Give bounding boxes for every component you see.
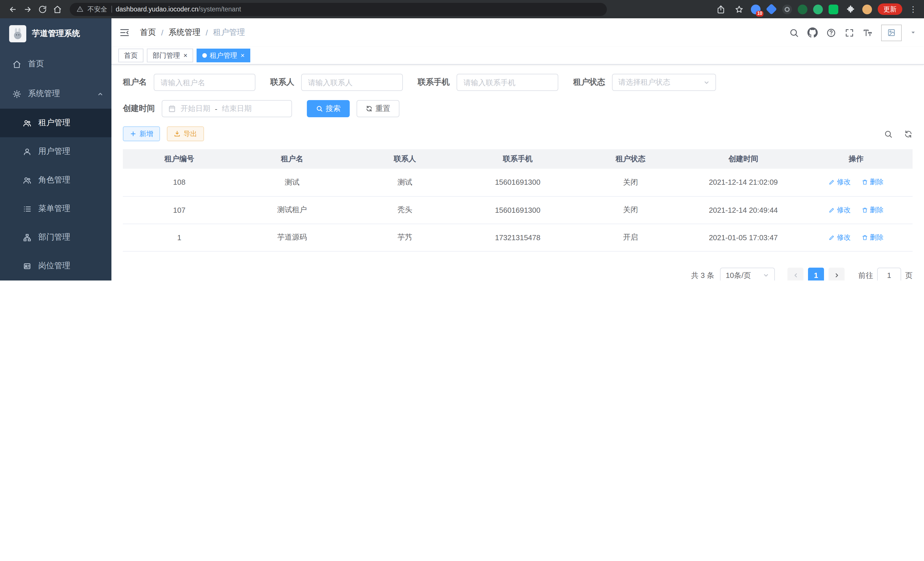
extension-icon-6[interactable]	[829, 4, 838, 14]
toggle-search-button[interactable]	[884, 129, 892, 138]
fullscreen-button[interactable]	[844, 28, 854, 38]
start-date-placeholder: 开始日期	[181, 104, 210, 114]
breadcrumb-separator: /	[206, 28, 208, 37]
tenant-name-input[interactable]	[154, 74, 255, 91]
home-button[interactable]	[50, 2, 64, 16]
forward-arrow-icon	[23, 5, 32, 14]
contact-input[interactable]	[301, 74, 403, 91]
collapse-sidebar-button[interactable]	[119, 27, 130, 38]
export-button[interactable]: 导出	[167, 126, 204, 141]
end-date-placeholder: 结束日期	[222, 104, 252, 114]
breadcrumb-system[interactable]: 系统管理	[169, 27, 201, 38]
search-button[interactable]: 搜索	[307, 100, 350, 117]
page-number-button[interactable]: 1	[808, 267, 824, 281]
header-search-button[interactable]	[789, 28, 799, 38]
page-size-value: 10条/页	[726, 270, 751, 281]
sidebar-item-system[interactable]: 系统管理	[0, 79, 111, 109]
share-button[interactable]	[714, 3, 727, 15]
warning-icon[interactable]	[76, 6, 83, 13]
goto-page: 前往 页	[858, 267, 913, 281]
pager: 1	[788, 267, 844, 281]
sidebar-item-role[interactable]: 角色管理	[0, 166, 111, 194]
sidebar-item-user[interactable]: 用户管理	[0, 137, 111, 166]
help-button[interactable]	[826, 28, 836, 38]
edit-button[interactable]: 修改	[829, 205, 850, 215]
bookmark-star-button[interactable]	[733, 3, 745, 15]
reset-button[interactable]: 重置	[357, 100, 399, 117]
sidebar-item-post[interactable]: 岗位管理	[0, 252, 111, 280]
sidebar-item-dept[interactable]: 部门管理	[0, 223, 111, 252]
sidebar-item-home[interactable]: 首页	[0, 49, 111, 79]
user-icon	[23, 147, 32, 156]
edit-button[interactable]: 修改	[829, 232, 850, 242]
extension-icon-1[interactable]: 10	[751, 4, 760, 14]
browser-update-button[interactable]: 更新	[878, 3, 902, 15]
sidebar-item-tenant[interactable]: 租户管理	[0, 109, 111, 137]
prev-page-button[interactable]	[788, 267, 803, 281]
sidebar-item-dict[interactable]: 字典管理	[0, 280, 111, 281]
cell-actions: 修改 删除	[800, 196, 913, 224]
tenant-icon	[23, 119, 32, 127]
column-header: 联系手机	[461, 149, 574, 169]
app-title: 芋道管理系统	[32, 29, 80, 39]
active-dot	[202, 53, 207, 58]
goto-page-input[interactable]	[877, 267, 901, 281]
app-shell: 芋道管理系统 首页 系统管理 租户管理	[0, 18, 924, 281]
browser-menu-button[interactable]: ⋮	[908, 5, 918, 14]
address-bar[interactable]: 不安全 dashboard.yudao.iocoder.cn/system/te…	[70, 3, 607, 16]
tab-dept[interactable]: 部门管理 ×	[147, 49, 193, 62]
extension-icon-2[interactable]	[766, 3, 777, 15]
filter-row-2: 创建时间 开始日期 - 结束日期 搜索 重置	[123, 100, 913, 117]
sidebar-item-label: 首页	[28, 59, 44, 69]
caret-down-icon[interactable]	[910, 30, 916, 35]
cell-tenant-name: 测试	[236, 169, 349, 196]
extensions-menu-button[interactable]	[844, 3, 856, 15]
refresh-table-button[interactable]	[904, 129, 913, 138]
home-icon	[13, 60, 21, 68]
update-label: 更新	[884, 5, 897, 14]
forward-button[interactable]	[21, 2, 34, 16]
font-size-button[interactable]	[863, 28, 873, 38]
reset-button-label: 重置	[375, 104, 390, 114]
tab-home[interactable]: 首页	[118, 49, 143, 62]
date-range-picker[interactable]: 开始日期 - 结束日期	[162, 100, 292, 117]
next-page-button[interactable]	[829, 267, 844, 281]
extension-icon-4[interactable]	[798, 4, 807, 14]
cell-phone: 15601691300	[461, 196, 574, 224]
extension-badge: 10	[756, 11, 764, 16]
github-link[interactable]	[807, 27, 818, 38]
calendar-icon	[168, 105, 176, 113]
reload-button[interactable]	[35, 2, 49, 16]
security-label[interactable]: 不安全	[87, 5, 107, 14]
sidebar-item-menu[interactable]: 菜单管理	[0, 194, 111, 223]
tab-close-icon[interactable]: ×	[241, 52, 244, 59]
cell-phone: 17321315478	[461, 224, 574, 251]
url-text[interactable]: dashboard.yudao.iocoder.cn/system/tenant	[116, 6, 241, 13]
page-size-select[interactable]: 10条/页	[720, 267, 775, 281]
breadcrumb-home[interactable]: 首页	[140, 27, 156, 38]
extension-icon-5[interactable]	[813, 4, 823, 14]
trash-icon	[862, 207, 868, 213]
add-button[interactable]: 新增	[123, 126, 160, 141]
filter-row-1: 租户名 联系人 联系手机 租户状态 请选择租户状态	[123, 74, 913, 91]
puzzle-icon	[846, 5, 855, 14]
delete-button[interactable]: 删除	[862, 205, 884, 215]
user-avatar[interactable]	[881, 24, 902, 41]
app-logo[interactable]: 芋道管理系统	[0, 18, 111, 49]
profile-avatar[interactable]	[862, 4, 872, 14]
cell-actions: 修改 删除	[800, 169, 913, 196]
delete-button[interactable]: 删除	[862, 177, 884, 187]
status-select[interactable]: 请选择租户状态	[612, 74, 716, 91]
sidebar: 芋道管理系统 首页 系统管理 租户管理	[0, 18, 111, 281]
phone-input[interactable]	[457, 74, 558, 91]
table-row: 1 芋道源码 芋艿 17321315478 开启 2021-01-05 17:0…	[123, 224, 913, 251]
table-row: 107 测试租户 秃头 15601691300 关闭 2021-12-14 20…	[123, 196, 913, 224]
delete-button[interactable]: 删除	[862, 232, 884, 242]
filter-create-time: 创建时间 开始日期 - 结束日期	[123, 100, 292, 117]
edit-button[interactable]: 修改	[829, 177, 850, 187]
tab-tenant[interactable]: 租户管理 ×	[196, 49, 250, 62]
back-button[interactable]	[6, 2, 20, 16]
extension-icon-3[interactable]	[782, 4, 792, 14]
cell-actions: 修改 删除	[800, 224, 913, 251]
tab-close-icon[interactable]: ×	[183, 52, 188, 59]
